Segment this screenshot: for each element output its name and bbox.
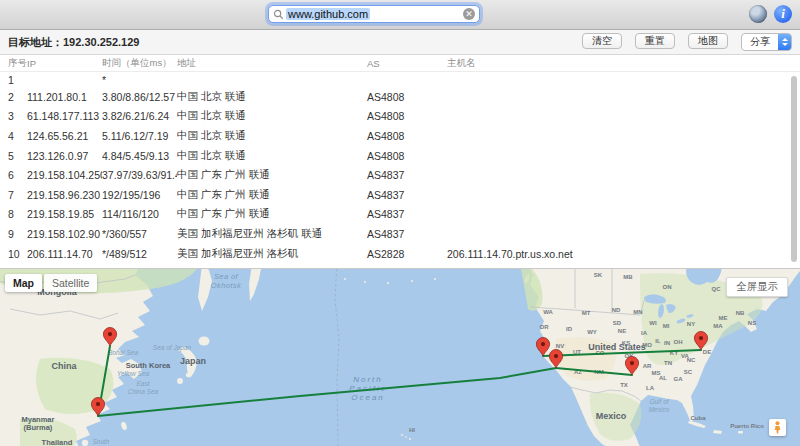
info-icon[interactable]: i bbox=[774, 5, 792, 23]
map-type-button-map[interactable]: Map bbox=[5, 274, 42, 292]
map-label: MN bbox=[633, 309, 642, 315]
map-label: MO bbox=[642, 342, 652, 348]
map-label: NE bbox=[618, 328, 626, 334]
map-label: NY bbox=[687, 321, 695, 327]
map-label: NB bbox=[736, 310, 745, 316]
table-row[interactable]: 6 219.158.104.250 37.97/39.63/91.43 中国 广… bbox=[0, 165, 800, 185]
globe-icon[interactable] bbox=[749, 5, 767, 23]
map-label: East bbox=[136, 380, 150, 387]
col-ip: IP bbox=[27, 58, 102, 69]
map-label: MT bbox=[582, 310, 591, 316]
map-label: Puerto Rico bbox=[730, 423, 764, 429]
hop-table: 序号 IP 时间（单位ms） 地址 AS 主机名 1 * 2 111.201.8… bbox=[0, 56, 800, 268]
map-label: VA bbox=[681, 353, 690, 359]
col-as: AS bbox=[367, 58, 447, 69]
target-address-label: 目标地址： bbox=[8, 36, 63, 48]
search-value: www.github.com bbox=[286, 8, 370, 20]
chevron-down-icon bbox=[782, 43, 788, 46]
map-label: North bbox=[353, 375, 383, 384]
map-label: Mexico bbox=[596, 411, 627, 421]
map-label: South Korea bbox=[126, 361, 171, 370]
table-row[interactable]: 7 219.158.96.230 192/195/196 中国 广东 广州 联通… bbox=[0, 185, 800, 205]
map-label: ON bbox=[663, 284, 672, 290]
map-label: WY bbox=[587, 329, 597, 335]
table-row[interactable]: 5 123.126.0.97 4.84/5.45/9.13 中国 北京 联通 A… bbox=[0, 146, 800, 166]
table-row[interactable]: 1 * bbox=[0, 72, 800, 87]
map-label: TN bbox=[664, 360, 672, 366]
map-label: ND bbox=[612, 307, 621, 313]
map-label: Gulf of bbox=[649, 398, 669, 405]
table-row[interactable]: 10 206.111.14.70 */489/512 美国 加利福尼亚州 洛杉矶… bbox=[0, 244, 800, 264]
clear-button[interactable]: 清空 bbox=[582, 33, 622, 49]
map-label: TX bbox=[620, 382, 628, 388]
map-label: WA bbox=[543, 309, 553, 315]
toolbar: www.github.com ✕ i bbox=[0, 0, 800, 30]
map-label: SK bbox=[594, 272, 603, 278]
clear-search-icon[interactable]: ✕ bbox=[463, 8, 475, 20]
map-label: Sea of bbox=[214, 272, 239, 281]
map-label: ME bbox=[719, 315, 728, 321]
fullscreen-button[interactable]: 全屏显示 bbox=[726, 277, 788, 297]
map-label: Bohai Sea bbox=[108, 349, 138, 356]
map-label: NS bbox=[748, 320, 756, 326]
map-label: SC bbox=[684, 369, 693, 375]
map-svg: MongoliaChinaSouth KoreaJapanUnited Stat… bbox=[0, 269, 800, 446]
pegman-control[interactable] bbox=[769, 419, 786, 436]
map-label: AR bbox=[643, 363, 652, 369]
map-label: NV bbox=[556, 343, 564, 349]
map-label: Sea of Japan bbox=[153, 344, 192, 352]
map-label: IA bbox=[641, 330, 648, 336]
col-no: 序号 bbox=[0, 57, 27, 70]
map-label: Yellow Sea bbox=[117, 370, 150, 377]
reset-button[interactable]: 重置 bbox=[635, 33, 675, 49]
table-row[interactable]: 2 111.201.80.1 3.80/8.86/12.57 中国 北京 联通 … bbox=[0, 87, 800, 107]
target-address: 目标地址：192.30.252.129 bbox=[8, 35, 139, 50]
map-label: South bbox=[93, 438, 110, 445]
map-label: LA bbox=[646, 385, 655, 391]
vertical-scrollbar[interactable] bbox=[791, 76, 797, 262]
search-icon bbox=[273, 9, 284, 20]
map-label: IL bbox=[655, 338, 661, 344]
share-button[interactable]: 分享 bbox=[741, 33, 792, 51]
map-label: ID bbox=[566, 326, 573, 332]
map-label: Japan bbox=[180, 356, 206, 366]
map-label: Ocean bbox=[351, 393, 385, 402]
map-label: HI bbox=[409, 427, 415, 433]
target-address-value: 192.30.252.129 bbox=[63, 36, 139, 48]
map-label: China Sea bbox=[128, 388, 159, 395]
map-label: GA bbox=[674, 376, 684, 382]
app-window: www.github.com ✕ i 目标地址：192.30.252.129 清… bbox=[0, 0, 800, 446]
share-dropdown-stepper[interactable] bbox=[778, 34, 791, 50]
table-row[interactable]: 4 124.65.56.21 5.11/6.12/7.19 中国 北京 联通 A… bbox=[0, 126, 800, 146]
map-label: SD bbox=[613, 320, 622, 326]
map-label: QC bbox=[712, 286, 722, 292]
map-label: AL bbox=[659, 375, 667, 381]
subbar: 目标地址：192.30.252.129 清空 重置 地图 分享 bbox=[0, 30, 800, 55]
chevron-up-icon bbox=[782, 38, 788, 41]
share-button-label: 分享 bbox=[742, 34, 778, 50]
col-addr: 地址 bbox=[177, 57, 367, 70]
map-label: MI bbox=[663, 323, 670, 329]
table-row[interactable]: 3 61.148.177.113 3.82/6.21/6.24 中国 北京 联通… bbox=[0, 107, 800, 127]
map-label: Cuba bbox=[691, 415, 707, 421]
hop-table-body: 1 * 2 111.201.80.1 3.80/8.86/12.57 中国 北京… bbox=[0, 72, 800, 263]
map-label: China bbox=[51, 361, 77, 371]
map-label: WI bbox=[649, 320, 657, 326]
map-label: OR bbox=[540, 324, 550, 330]
pegman-icon bbox=[773, 421, 782, 434]
table-header: 序号 IP 时间（单位ms） 地址 AS 主机名 bbox=[0, 56, 800, 72]
map-label: Okhotsk bbox=[211, 281, 242, 290]
search-input[interactable]: www.github.com ✕ bbox=[268, 5, 480, 23]
map-label: Mexico bbox=[649, 406, 670, 413]
map-label: DE bbox=[703, 349, 711, 355]
map-button[interactable]: 地图 bbox=[688, 33, 728, 49]
map-type-button-satellite[interactable]: Satellite bbox=[44, 274, 97, 292]
route-map[interactable]: MongoliaChinaSouth KoreaJapanUnited Stat… bbox=[0, 268, 800, 446]
map-label: MB bbox=[623, 274, 633, 280]
table-row[interactable]: 9 219.158.102.90 */360/557 美国 加利福尼亚州 洛杉矶… bbox=[0, 224, 800, 244]
map-label: (Burma) bbox=[24, 423, 53, 432]
map-label: IN bbox=[664, 340, 670, 346]
table-row[interactable]: 8 219.158.19.85 114/116/120 中国 广东 广州 联通 … bbox=[0, 205, 800, 225]
map-label: OH bbox=[674, 339, 683, 345]
map-label: MA bbox=[713, 323, 723, 329]
